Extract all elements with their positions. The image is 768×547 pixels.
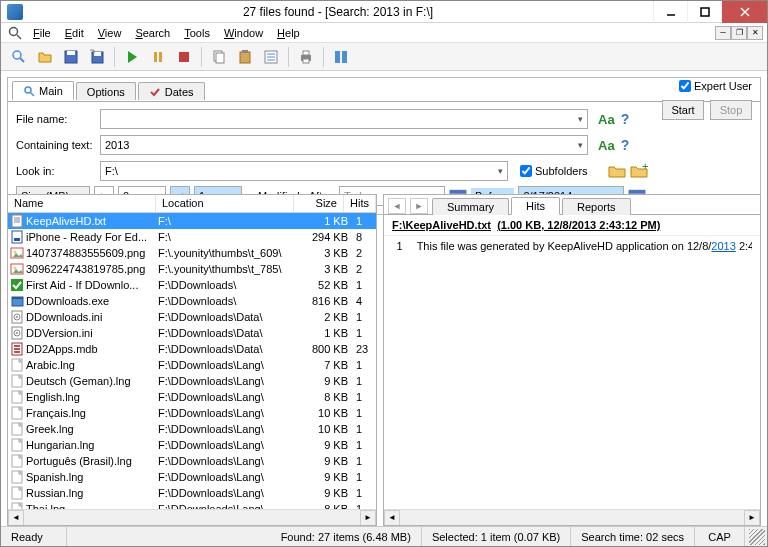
menu-search[interactable]: Search xyxy=(129,25,176,41)
scroll-right-icon[interactable]: ► xyxy=(360,510,376,526)
scroll-left-icon[interactable]: ◄ xyxy=(384,510,400,526)
file-size: 2 KB xyxy=(304,311,352,323)
table-row[interactable]: Spanish.lngF:\DDownloads\Lang\9 KB1 xyxy=(8,469,376,485)
lookin-input[interactable]: F:\ xyxy=(100,161,508,181)
containing-input[interactable]: 2013 xyxy=(100,135,588,155)
file-name: First Aid - If DDownlo... xyxy=(26,279,158,291)
save-as-button[interactable] xyxy=(85,45,109,69)
filename-input[interactable] xyxy=(100,109,588,129)
hit-match-link[interactable]: 2013 xyxy=(711,240,735,252)
status-cap: CAP xyxy=(695,527,745,546)
file-size: 10 KB xyxy=(304,423,352,435)
table-row[interactable]: Greek.lngF:\DDownloads\Lang\10 KB1 xyxy=(8,421,376,437)
menu-tools[interactable]: Tools xyxy=(178,25,216,41)
svg-point-4 xyxy=(10,27,18,35)
resize-grip-icon[interactable] xyxy=(749,529,765,545)
table-row[interactable]: Português (Brasil).lngF:\DDownloads\Lang… xyxy=(8,453,376,469)
menu-window[interactable]: Window xyxy=(218,25,269,41)
file-size: 8 KB xyxy=(304,391,352,403)
tab-dates[interactable]: Dates xyxy=(138,82,205,100)
scroll-right-icon[interactable]: ► xyxy=(744,510,760,526)
stop-search-button[interactable] xyxy=(172,45,196,69)
file-name: DDownloads.ini xyxy=(26,311,158,323)
subfolders-checkbox[interactable]: Subfolders xyxy=(520,165,598,177)
file-location: F:\DDownloads\Lang\ xyxy=(158,391,304,403)
menu-file[interactable]: File xyxy=(27,25,57,41)
file-name: Português (Brasil).lng xyxy=(26,455,158,467)
start-search-button[interactable] xyxy=(120,45,144,69)
add-folder-icon[interactable]: + xyxy=(630,163,648,179)
search-icon[interactable] xyxy=(5,24,25,42)
help-icon[interactable]: ? xyxy=(621,137,630,153)
prev-hit-button[interactable]: ◄ xyxy=(388,198,406,214)
save-button[interactable] xyxy=(59,45,83,69)
print-button[interactable] xyxy=(294,45,318,69)
mdi-close-button[interactable]: ✕ xyxy=(747,26,763,40)
table-row[interactable]: DD2Apps.mdbF:\DDownloads\Data\800 KB23 xyxy=(8,341,376,357)
preview-file-path: F:\KeepAliveHD.txt xyxy=(392,219,491,231)
file-hits: 1 xyxy=(352,471,376,483)
new-search-button[interactable] xyxy=(7,45,31,69)
table-row[interactable]: DDVersion.iniF:\DDownloads\Data\1 KB1 xyxy=(8,325,376,341)
file-type-icon xyxy=(10,358,24,372)
help-icon[interactable]: ? xyxy=(621,111,630,127)
open-button[interactable] xyxy=(33,45,57,69)
table-row[interactable]: iPhone - Ready For Ed...F:\294 KB8 xyxy=(8,229,376,245)
horizontal-scrollbar[interactable]: ◄ ► xyxy=(384,509,760,525)
pause-search-button[interactable] xyxy=(146,45,170,69)
next-hit-button[interactable]: ► xyxy=(410,198,428,214)
col-hits[interactable]: Hits xyxy=(344,195,376,212)
maximize-button[interactable] xyxy=(687,1,721,23)
expert-user-checkbox[interactable]: Expert User xyxy=(679,80,752,92)
columns-button[interactable] xyxy=(329,45,353,69)
scroll-left-icon[interactable]: ◄ xyxy=(8,510,24,526)
menu-view[interactable]: View xyxy=(92,25,128,41)
tab-reports[interactable]: Reports xyxy=(562,198,631,215)
file-size: 8 KB xyxy=(304,503,352,509)
table-row[interactable]: Hungarian.lngF:\DDownloads\Lang\9 KB1 xyxy=(8,437,376,453)
mdi-minimize-button[interactable]: ─ xyxy=(715,26,731,40)
file-name: KeepAliveHD.txt xyxy=(26,215,158,227)
mdi-restore-button[interactable]: ❐ xyxy=(731,26,747,40)
browse-folder-icon[interactable] xyxy=(608,163,626,179)
list-body[interactable]: KeepAliveHD.txtF:\1 KB1iPhone - Ready Fo… xyxy=(8,213,376,509)
paste-button[interactable] xyxy=(233,45,257,69)
menu-edit[interactable]: Edit xyxy=(59,25,90,41)
table-row[interactable]: Deutsch (Geman).lngF:\DDownloads\Lang\9 … xyxy=(8,373,376,389)
table-row[interactable]: KeepAliveHD.txtF:\1 KB1 xyxy=(8,213,376,229)
file-type-icon xyxy=(10,438,24,452)
table-row[interactable]: DDownloads.iniF:\DDownloads\Data\2 KB1 xyxy=(8,309,376,325)
table-row[interactable]: First Aid - If DDownlo...F:\DDownloads\5… xyxy=(8,277,376,293)
case-sensitive-icon[interactable]: Aa xyxy=(598,112,615,127)
copy-button[interactable] xyxy=(207,45,231,69)
file-name: Arabic.lng xyxy=(26,359,158,371)
table-row[interactable]: Arabic.lngF:\DDownloads\Lang\7 KB1 xyxy=(8,357,376,373)
tab-main[interactable]: Main xyxy=(12,81,74,100)
table-row[interactable]: Russian.lngF:\DDownloads\Lang\9 KB1 xyxy=(8,485,376,501)
table-row[interactable]: English.lngF:\DDownloads\Lang\8 KB1 xyxy=(8,389,376,405)
table-row[interactable]: Thai.lngF:\DDownloads\Lang\8 KB1 xyxy=(8,501,376,509)
file-hits: 2 xyxy=(352,263,376,275)
horizontal-scrollbar[interactable]: ◄ ► xyxy=(8,509,376,525)
svg-line-5 xyxy=(17,35,21,39)
menu-help[interactable]: Help xyxy=(271,25,306,41)
tab-hits[interactable]: Hits xyxy=(511,197,560,215)
file-size: 1 KB xyxy=(304,215,352,227)
file-hits: 1 xyxy=(352,503,376,509)
col-name[interactable]: Name xyxy=(8,195,156,212)
svg-rect-14 xyxy=(179,52,189,62)
minimize-button[interactable] xyxy=(653,1,687,23)
preview-file-header: F:\KeepAliveHD.txt (1.00 KB, 12/8/2013 2… xyxy=(384,215,760,236)
table-row[interactable]: 3096224743819785.pngF:\.younity\thumbs\t… xyxy=(8,261,376,277)
table-row[interactable]: 1407374883555609.pngF:\.younity\thumbs\t… xyxy=(8,245,376,261)
tab-summary[interactable]: Summary xyxy=(432,198,509,215)
status-found: Found: 27 items (6.48 MB) xyxy=(271,527,422,546)
export-button[interactable] xyxy=(259,45,283,69)
table-row[interactable]: DDownloads.exeF:\DDownloads\816 KB4 xyxy=(8,293,376,309)
table-row[interactable]: Français.lngF:\DDownloads\Lang\10 KB1 xyxy=(8,405,376,421)
case-sensitive-icon[interactable]: Aa xyxy=(598,138,615,153)
col-location[interactable]: Location xyxy=(156,195,294,212)
tab-options[interactable]: Options xyxy=(76,82,136,100)
close-button[interactable] xyxy=(721,1,767,23)
col-size[interactable]: Size xyxy=(294,195,344,212)
